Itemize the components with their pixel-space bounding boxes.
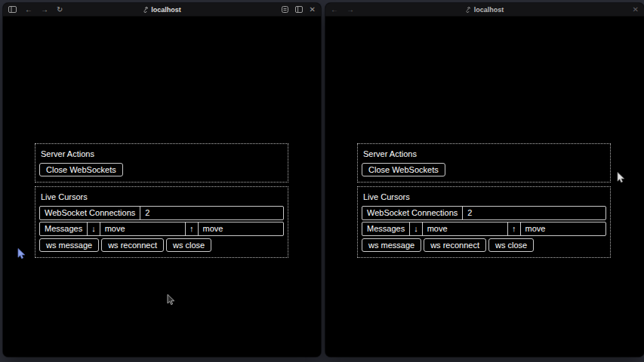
address-title[interactable]: localhost	[143, 6, 181, 14]
connections-value: 2	[140, 207, 283, 219]
connections-row: WebSocket Connections 2	[362, 206, 606, 220]
titlebar[interactable]: ← → localhost ✕	[325, 3, 644, 17]
messages-label: Messages	[362, 222, 409, 235]
messages-row: Messages ↓ move ↑ move	[39, 222, 284, 236]
forward-button[interactable]: →	[347, 6, 354, 14]
messages-label: Messages	[40, 222, 87, 235]
address-title[interactable]: localhost	[466, 6, 504, 14]
ws-reconnect-button[interactable]: ws reconnect	[101, 238, 164, 252]
ws-message-button[interactable]: ws message	[39, 238, 99, 252]
down-arrow-icon: ↓	[87, 222, 100, 235]
page-title: localhost	[474, 6, 504, 14]
live-cursors-label: Live Cursors	[41, 192, 284, 201]
back-button[interactable]: ←	[25, 6, 32, 14]
sidebar-toggle-icon[interactable]	[8, 6, 17, 13]
close-icon[interactable]: ✕	[310, 6, 316, 14]
browser-window-left: ← → ↻ localhost ✕ Server Actions Close W…	[3, 3, 321, 357]
split-view-icon[interactable]	[295, 6, 303, 13]
up-arrow-icon: ↑	[185, 222, 198, 235]
down-arrow-icon: ↓	[409, 222, 422, 235]
ws-close-button[interactable]: ws close	[166, 238, 211, 252]
live-cursors-panel: Live Cursors WebSocket Connections 2 Mes…	[35, 186, 288, 258]
ws-close-button[interactable]: ws close	[488, 238, 534, 252]
page-content: Server Actions Close WebSockets Live Cur…	[325, 17, 644, 357]
connections-row: WebSocket Connections 2	[39, 206, 284, 220]
connections-value: 2	[462, 207, 605, 219]
reload-button[interactable]: ↻	[57, 6, 63, 14]
live-cursors-label: Live Cursors	[363, 192, 606, 201]
live-cursors-panel: Live Cursors WebSocket Connections 2 Mes…	[357, 186, 611, 258]
titlebar[interactable]: ← → ↻ localhost ✕	[3, 3, 321, 17]
last-sent-message: move	[198, 222, 283, 235]
reader-icon[interactable]	[282, 6, 288, 13]
server-actions-panel: Server Actions Close WebSockets	[357, 143, 611, 183]
messages-row: Messages ↓ move ↑ move	[362, 222, 606, 236]
close-websockets-button[interactable]: Close WebSockets	[39, 163, 123, 176]
server-actions-panel: Server Actions Close WebSockets	[35, 143, 288, 183]
connections-label: WebSocket Connections	[40, 207, 140, 219]
last-sent-message: move	[520, 222, 605, 235]
browser-window-right: ← → localhost ✕ Server Actions Close Web…	[325, 3, 644, 357]
page-content: Server Actions Close WebSockets Live Cur…	[3, 17, 321, 357]
connections-label: WebSocket Connections	[362, 207, 462, 219]
server-actions-label: Server Actions	[363, 149, 606, 158]
last-received-message: move	[100, 222, 185, 235]
forward-button[interactable]: →	[41, 6, 48, 14]
page-title: localhost	[151, 6, 181, 14]
up-arrow-icon: ↑	[507, 222, 520, 235]
link-icon	[143, 7, 148, 13]
last-received-message: move	[422, 222, 507, 235]
server-actions-label: Server Actions	[41, 149, 284, 158]
close-websockets-button[interactable]: Close WebSockets	[362, 163, 445, 176]
ws-message-button[interactable]: ws message	[362, 238, 421, 252]
ws-reconnect-button[interactable]: ws reconnect	[424, 238, 486, 252]
back-button[interactable]: ←	[331, 6, 338, 14]
close-icon[interactable]: ✕	[633, 6, 639, 14]
link-icon	[466, 7, 471, 13]
